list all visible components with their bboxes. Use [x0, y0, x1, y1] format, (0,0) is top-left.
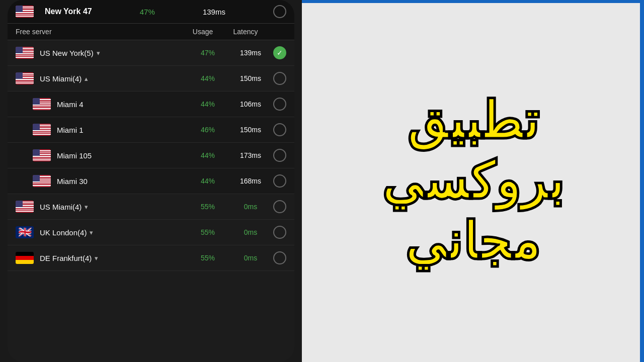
usage-frankfurt: 55%	[188, 254, 228, 262]
server-name-frankfurt: DE Frankfurt(4) ▾	[40, 254, 188, 262]
top-bar-radio[interactable]	[273, 5, 286, 18]
server-name-london: UK London(4) ▾	[40, 228, 188, 237]
usage-miami30: 44%	[188, 177, 228, 185]
radio-miami-parent[interactable]	[273, 72, 286, 85]
right-panel: تطبيق بروكسي مجاني	[302, 0, 644, 362]
flag-miami30	[33, 175, 51, 187]
arabic-line3: مجاني	[405, 214, 541, 269]
server-row-miami105[interactable]: Miami 105 44% 173ms	[8, 143, 294, 168]
latency-miami2: 0ms	[228, 203, 273, 211]
radio-miami30[interactable]	[273, 174, 286, 188]
usage-miami2: 55%	[188, 203, 228, 211]
latency-miami4: 106ms	[228, 100, 273, 108]
latency-miami30: 168ms	[228, 177, 273, 185]
server-name-miami: US Miami(4) ▴	[40, 74, 188, 83]
server-name-miami105: Miami 105	[57, 151, 188, 160]
radio-miami4[interactable]	[273, 98, 286, 111]
usage-miami105: 44%	[188, 151, 228, 159]
chevron-london: ▾	[90, 229, 93, 236]
latency-miami: 150ms	[228, 74, 273, 82]
radio-frankfurt[interactable]	[273, 251, 286, 264]
radio-ny[interactable]	[273, 46, 286, 59]
latency-london: 0ms	[228, 228, 273, 236]
top-bar-left: New York 47	[16, 6, 92, 18]
flag-miami1	[33, 124, 51, 136]
radio-london[interactable]	[273, 226, 286, 239]
flag-us-miami2	[16, 201, 34, 213]
server-name-miami1: Miami 1	[57, 126, 188, 134]
radio-miami105[interactable]	[273, 149, 286, 162]
chevron-miami2: ▾	[85, 203, 88, 211]
server-row-miami-parent[interactable]: US Miami(4) ▴ 44% 150ms	[8, 66, 294, 92]
flag-de-frankfurt	[16, 252, 34, 264]
top-bar: New York 47 47% 139ms	[8, 0, 294, 24]
col-latency-header: Latency	[223, 28, 268, 36]
radio-miami1[interactable]	[273, 123, 286, 136]
server-list: US New York(5) ▾ 47% 139ms US Miami(4) ▴…	[8, 40, 294, 271]
arabic-line1: تطبيق	[407, 93, 539, 148]
usage-miami: 44%	[188, 74, 228, 82]
latency-frankfurt: 0ms	[228, 254, 273, 262]
flag-miami4	[33, 98, 51, 110]
server-name-miami30: Miami 30	[57, 177, 188, 186]
arabic-text-container: تطبيق بروكسي مجاني	[372, 83, 575, 279]
top-bar-title: New York 47	[45, 7, 92, 16]
server-name-miami2: US Miami(4) ▾	[40, 203, 188, 211]
server-row-miami2[interactable]: US Miami(4) ▾ 55% 0ms	[8, 194, 294, 220]
latency-ny: 139ms	[228, 49, 273, 57]
chevron-frankfurt: ▾	[95, 254, 98, 262]
usage-ny: 47%	[188, 49, 228, 57]
server-name-miami4: Miami 4	[57, 100, 188, 109]
server-row-frankfurt[interactable]: DE Frankfurt(4) ▾ 55% 0ms	[8, 245, 294, 271]
flag-uk-london	[16, 226, 34, 238]
column-headers: Free server Usage Latency	[8, 24, 294, 40]
flag-us-miami	[16, 72, 34, 84]
server-row-ny[interactable]: US New York(5) ▾ 47% 139ms	[8, 40, 294, 66]
usage-london: 55%	[188, 228, 228, 236]
server-row-london[interactable]: UK London(4) ▾ 55% 0ms	[8, 220, 294, 245]
col-server-header: Free server	[16, 28, 183, 36]
left-panel: New York 47 47% 139ms Free server Usage …	[0, 0, 302, 362]
usage-miami4: 44%	[188, 100, 228, 108]
usage-miami1: 46%	[188, 126, 228, 134]
server-name-ny: US New York(5) ▾	[40, 49, 188, 57]
chevron-ny: ▾	[97, 49, 100, 57]
top-flag	[16, 6, 34, 18]
flag-us-ny	[16, 47, 34, 59]
radio-miami2[interactable]	[273, 200, 286, 213]
top-bar-latency: 139ms	[203, 8, 225, 16]
flag-miami105	[33, 149, 51, 161]
col-usage-header: Usage	[183, 28, 223, 36]
top-bar-usage: 47%	[140, 8, 155, 16]
phone-frame: New York 47 47% 139ms Free server Usage …	[8, 0, 294, 362]
arabic-line2: بروكسي	[382, 153, 565, 209]
latency-miami1: 150ms	[228, 126, 273, 134]
latency-miami105: 173ms	[228, 151, 273, 159]
server-row-miami30[interactable]: Miami 30 44% 168ms	[8, 168, 294, 194]
server-row-miami4[interactable]: Miami 4 44% 106ms	[8, 92, 294, 117]
chevron-miami: ▴	[85, 75, 88, 82]
server-row-miami1[interactable]: Miami 1 46% 150ms	[8, 117, 294, 143]
